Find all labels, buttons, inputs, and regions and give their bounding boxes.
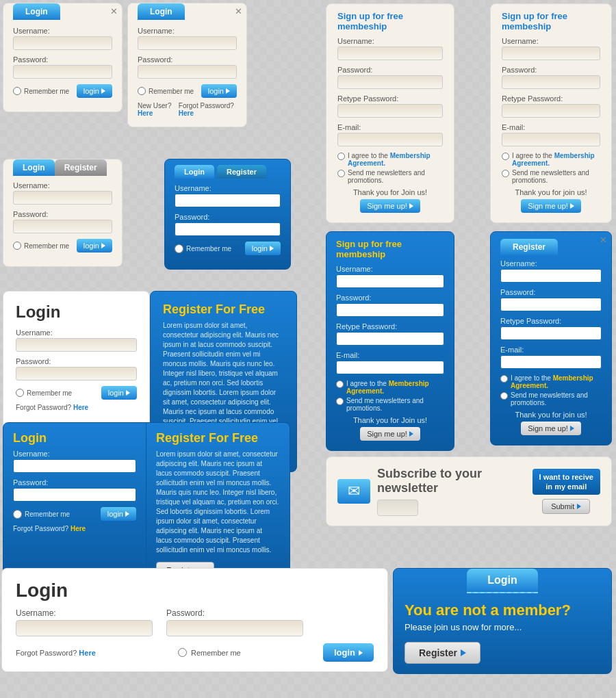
su-b-password-input-1[interactable] — [336, 303, 444, 317]
login-dark2-widget: Login Username: Password: Remember me lo… — [3, 422, 146, 589]
remember-radio-d2[interactable] — [13, 510, 22, 519]
newsletter-radio-b2[interactable] — [500, 392, 508, 400]
username-input-2[interactable] — [138, 36, 237, 50]
su-b-username-input-1[interactable] — [336, 274, 444, 288]
su-password-input-2[interactable] — [502, 75, 600, 89]
su-username-input-2[interactable] — [502, 47, 600, 60]
username-input-3[interactable] — [13, 191, 112, 205]
remember-radio-plain[interactable] — [16, 389, 24, 397]
newuser-link[interactable]: Here — [138, 109, 153, 117]
agree-radio-b2[interactable] — [500, 375, 508, 383]
row4-container: Login Username: Password: Remember me lo… — [3, 422, 290, 589]
please-join-text: Please join us now for more... — [405, 622, 600, 632]
login-btn-1[interactable]: login — [77, 84, 112, 98]
password-input-3[interactable] — [13, 220, 112, 233]
su-email-input-2[interactable] — [502, 133, 600, 146]
signme-btn-b2[interactable]: Sign me up! — [521, 422, 581, 435]
newsletter-label-b2: Send me newsletters and promotions. — [511, 391, 602, 406]
login-btn-dark[interactable]: login — [245, 242, 281, 255]
remember-radio-dark[interactable] — [175, 244, 183, 253]
login-title-dark2: Login — [13, 431, 136, 445]
password-input-plain[interactable] — [16, 367, 137, 380]
bottom-remember-radio[interactable] — [178, 648, 187, 657]
signme-btn-1[interactable]: Sign me up! — [360, 199, 420, 213]
su-b-email-label-1: E-mail: — [336, 351, 444, 359]
login-btn-2[interactable]: login — [201, 84, 237, 98]
username-label-dark: Username: — [175, 184, 281, 192]
signme-btn-b1[interactable]: Sign me up! — [360, 427, 420, 441]
newsletter-row-1: Send me newsletters and promotions. — [337, 169, 443, 184]
login-tab-active-1[interactable]: Login — [13, 159, 55, 176]
su-username-input-1[interactable] — [337, 47, 443, 60]
su-b-password-input-2[interactable] — [500, 298, 602, 311]
su-b-retype-input-2[interactable] — [500, 326, 602, 340]
su-email-input-1[interactable] — [337, 133, 443, 146]
username-input-plain[interactable] — [16, 338, 137, 352]
bottom-login-fields: Username: Password: — [16, 608, 374, 636]
bottom-register-body: You are not a member? Please join us now… — [394, 602, 611, 664]
register-tab-b2[interactable]: Register — [500, 239, 558, 255]
password-input-d2[interactable] — [13, 488, 136, 502]
signme-btn-2[interactable]: Sign me up! — [521, 199, 581, 213]
su-username-label-2: Username: — [502, 37, 600, 45]
password-input-1[interactable] — [13, 65, 112, 79]
login-tab-1[interactable]: Login — [13, 3, 60, 20]
su-b-email-input-2[interactable] — [500, 355, 602, 369]
login-btn-plain[interactable]: login — [101, 386, 137, 400]
password-input-2[interactable] — [138, 65, 237, 79]
forgot-link-d2[interactable]: Here — [70, 525, 86, 532]
username-input-dark[interactable] — [175, 194, 281, 207]
su-b-email-input-1[interactable] — [336, 361, 444, 374]
username-input-1[interactable] — [13, 36, 112, 50]
close-btn-1[interactable]: ✕ — [110, 6, 118, 16]
newsletter-submit-btn[interactable]: Submit — [542, 499, 590, 514]
bottom-login-arrow — [359, 650, 363, 656]
arrow-icon-2 — [226, 88, 230, 94]
agree-radio-1[interactable] — [337, 153, 345, 160]
newsletter-radio-b1[interactable] — [336, 398, 344, 405]
bottom-register-btn[interactable]: Register — [405, 642, 480, 664]
password-label-d2: Password: — [13, 478, 136, 487]
username-input-d2[interactable] — [13, 459, 136, 473]
login-tab-active-dark[interactable]: Login — [175, 165, 214, 179]
login-btn-d2[interactable]: login — [101, 507, 136, 521]
su-b-username-input-2[interactable] — [500, 269, 602, 283]
register-blue2-widget: Register For Free Lorem ipsum dolor sit … — [146, 422, 290, 589]
password-label-1: Password: — [13, 55, 112, 64]
su-b-retype-input-1[interactable] — [336, 332, 444, 346]
register-title-1: Register For Free — [163, 302, 284, 317]
register-tab-1[interactable]: Register — [55, 159, 107, 176]
agree-radio-b1[interactable] — [336, 380, 344, 388]
login-btn-3[interactable]: login — [77, 239, 112, 253]
newuser-row: New User? Here Forgot Password? Here — [138, 102, 237, 117]
username-label-plain: Username: — [16, 328, 137, 337]
newsletter-row-b1: Send me newsletters and promotions. — [336, 397, 444, 412]
su-email-label-2: E-mail: — [502, 123, 600, 131]
tabs-row-dark: Login Register — [175, 165, 281, 179]
remember-label-2: Remember me — [149, 88, 194, 95]
bottom-login-btn[interactable]: login — [323, 643, 374, 662]
close-btn-b2[interactable]: ✕ — [600, 235, 607, 245]
remember-radio-3[interactable] — [13, 242, 21, 250]
envelope-icon — [337, 479, 370, 504]
register-text-2: Lorem ipsum dolor sit amet, consectetur … — [156, 450, 280, 555]
forgot-link-plain[interactable]: Here — [73, 404, 88, 411]
forgot-link-2[interactable]: Here — [179, 109, 194, 117]
newsletter-radio-1[interactable] — [337, 170, 345, 177]
newsletter-i-want: I want to recivein my email — [532, 469, 600, 495]
remember-radio-1[interactable] — [13, 87, 21, 95]
close-btn-2[interactable]: ✕ — [235, 6, 242, 16]
register-tab-dark[interactable]: Register — [217, 165, 266, 179]
su-password-input-1[interactable] — [337, 75, 443, 89]
password-input-dark[interactable] — [175, 222, 281, 236]
bottom-forgot-link[interactable]: Here — [79, 649, 95, 657]
su-retype-input-2[interactable] — [502, 104, 600, 118]
login-tab-2[interactable]: Login — [138, 3, 185, 20]
remember-radio-2[interactable] — [138, 87, 146, 95]
newsletter-email-input[interactable] — [377, 500, 418, 516]
bottom-username-input[interactable] — [16, 620, 153, 636]
su-retype-input-1[interactable] — [337, 104, 443, 118]
newsletter-radio-2[interactable] — [502, 170, 509, 177]
bottom-password-input[interactable] — [166, 620, 303, 636]
agree-radio-2[interactable] — [502, 153, 509, 160]
